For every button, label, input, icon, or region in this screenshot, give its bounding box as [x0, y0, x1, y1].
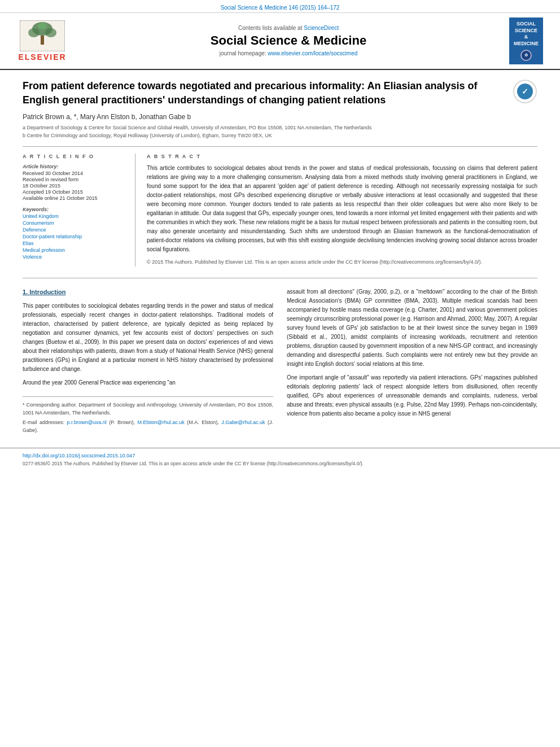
keyword-elias[interactable]: Elias — [23, 241, 126, 246]
keyword-deference[interactable]: Deference — [23, 227, 126, 233]
authors-line: Patrick Brown a, *, Mary Ann Elston b, J… — [23, 113, 537, 121]
svg-text:✓: ✓ — [522, 87, 528, 96]
journal-top-bar: Social Science & Medicine 146 (2015) 164… — [0, 0, 560, 13]
keyword-uk[interactable]: United Kingdom — [23, 213, 126, 219]
journal-header: ELSEVIER Contents lists available at Sci… — [0, 13, 560, 70]
crossmark-icon: ✓ — [513, 79, 537, 104]
homepage-line: journal homepage: www.elsevier.com/locat… — [85, 50, 492, 56]
date-revised-label: Received in revised form — [23, 177, 126, 182]
footnote-star: * Corresponding author. Department of So… — [23, 401, 273, 417]
email-brown-link[interactable]: p.r.brown@uva.nl — [67, 420, 107, 425]
article-body: From patient deference towards negotiate… — [0, 70, 560, 448]
keyword-medical-profession[interactable]: Medical profession — [23, 247, 126, 253]
homepage-link[interactable]: www.elsevier.com/locate/socscimed — [268, 50, 357, 56]
bottom-bar: http://dx.doi.org/10.1016/j.socscimed.20… — [0, 448, 560, 470]
svg-rect-4 — [41, 36, 44, 45]
date-received: Received 30 October 2014 — [23, 171, 126, 176]
intro-para-2: Around the year 2000 General Practice wa… — [23, 378, 273, 387]
intro-para-1: This paper contributes to sociological d… — [23, 302, 273, 374]
history-label: Article history: — [23, 164, 126, 169]
keywords-section: Keywords: United Kingdom Consumerism Def… — [23, 207, 126, 260]
keyword-doctor-patient[interactable]: Doctor-patient relationship — [23, 234, 126, 239]
abstract-heading: A B S T R A C T — [147, 154, 537, 159]
main-text-section: 1. Introduction This paper contributes t… — [23, 287, 537, 437]
keyword-violence[interactable]: Violence — [23, 254, 126, 260]
contents-line: Contents lists available at ScienceDirec… — [85, 25, 492, 31]
email-elston-link[interactable]: M.Elston@rhul.ac.uk — [138, 420, 185, 425]
footnotes-section: * Corresponding author. Department of So… — [23, 396, 273, 434]
article-info-column: A R T I C L E I N F O Article history: R… — [23, 154, 135, 267]
abstract-footer: © 2015 The Authors. Published by Elsevie… — [147, 259, 537, 267]
svg-point-3 — [45, 28, 56, 37]
article-history: Article history: Received 30 October 201… — [23, 164, 126, 201]
elsevier-label: ELSEVIER — [18, 53, 66, 62]
abstract-column: A B S T R A C T This article contributes… — [147, 154, 537, 267]
svg-point-5 — [38, 23, 47, 29]
affil-a: a Department of Sociology & Centre for S… — [23, 124, 537, 132]
date-online: Available online 21 October 2015 — [23, 195, 126, 201]
affiliations: a Department of Sociology & Centre for S… — [23, 124, 537, 139]
keywords-label: Keywords: — [23, 207, 126, 212]
svg-point-2 — [28, 28, 40, 37]
elsevier-tree-icon — [20, 20, 65, 51]
date-revised-value: 18 October 2015 — [23, 183, 126, 189]
journal-title: Social Science & Medicine — [85, 33, 492, 48]
section-divider — [23, 278, 537, 278]
journal-center: Contents lists available at ScienceDirec… — [85, 25, 492, 56]
article-info-heading: A R T I C L E I N F O — [23, 154, 126, 159]
email-gabe-link[interactable]: J.Gabe@rhul.ac.uk — [221, 420, 265, 425]
doi-line: http://dx.doi.org/10.1016/j.socscimed.20… — [23, 453, 537, 458]
article-info-abstract-section: A R T I C L E I N F O Article history: R… — [23, 146, 537, 267]
main-right-col: assault from all directions" (Gray, 2000… — [287, 287, 537, 437]
elsevier-logo: ELSEVIER — [11, 20, 73, 62]
footnote-emails: E-mail addresses: p.r.brown@uva.nl (P. B… — [23, 419, 273, 434]
date-accepted: Accepted 19 October 2015 — [23, 189, 126, 195]
affil-b: b Centre for Criminology and Sociology, … — [23, 132, 537, 140]
right-para-2: One important angle of "assault" was rep… — [287, 373, 537, 418]
journal-ref: Social Science & Medicine 146 (2015) 164… — [221, 5, 340, 11]
right-para-1: assault from all directions" (Gray, 2000… — [287, 287, 537, 369]
journal-logo-box: SOCIAL SCIENCE & MEDICINE ⚙ — [509, 18, 543, 64]
journal-logo-right: SOCIAL SCIENCE & MEDICINE ⚙ — [504, 18, 549, 64]
article-title: From patient deference towards negotiate… — [23, 79, 537, 107]
intro-heading: 1. Introduction — [23, 287, 273, 298]
sciencedirect-link[interactable]: ScienceDirect — [304, 25, 339, 31]
copyright-line: 0277-9536/© 2015 The Authors. Published … — [23, 461, 537, 466]
doi-link[interactable]: http://dx.doi.org/10.1016/j.socscimed.20… — [23, 453, 135, 458]
abstract-text: This article contributes to sociological… — [147, 164, 537, 254]
keyword-consumerism[interactable]: Consumerism — [23, 220, 126, 226]
main-left-col: 1. Introduction This paper contributes t… — [23, 287, 273, 437]
